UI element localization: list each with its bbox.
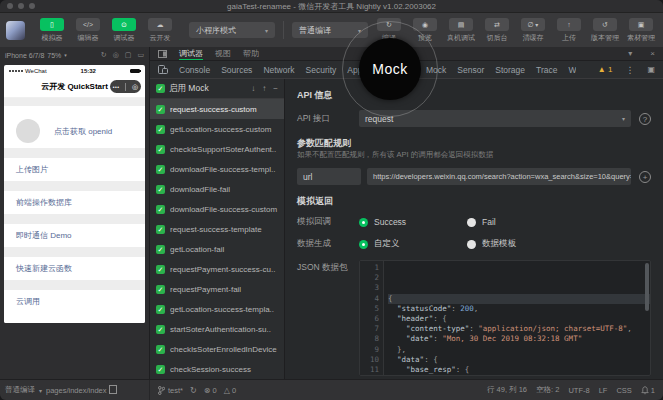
kebab-menu-icon[interactable]: ⋮ [625,65,634,75]
mock-case-row[interactable]: ✓ downloadFile-success-custom [150,199,284,219]
toolbar-action-button[interactable]: ↺ 版本管理 [588,18,622,43]
copy-icon[interactable] [111,387,117,394]
sync-icon[interactable]: ↻ [190,386,197,395]
mock-case-row[interactable]: ✓ request-success-template [150,219,284,239]
minimize-icon[interactable]: ◎ [132,83,138,90]
screenshot-icon[interactable]: ▭ [137,51,144,59]
dock-side-icon[interactable]: ▣ [647,65,655,74]
checkbox-checked-icon[interactable]: ✓ [156,205,165,214]
checkbox-checked-icon[interactable]: ✓ [156,165,165,174]
radio-fail[interactable]: Fail [467,217,496,227]
devtools-tab[interactable]: Sensor [457,65,484,75]
checkbox-checked-icon[interactable]: ✓ [156,305,165,314]
checkbox-checked-icon[interactable]: ✓ [156,145,165,154]
checkbox-checked-icon[interactable]: ✓ [156,345,165,354]
checkbox-checked-icon[interactable]: ✓ [156,84,165,93]
compile-mode-status[interactable]: 普通编译 [5,385,35,395]
toolbar-toggle-button[interactable]: ▯ 模拟器 [35,18,69,43]
devtools-tab[interactable]: Storage [495,65,525,75]
help-icon[interactable]: ? [639,113,651,125]
indent-setting[interactable]: 空格: 2 [536,385,559,395]
encoding-setting[interactable]: UTF-8 [568,386,589,395]
radio-success[interactable]: Success [359,217,467,227]
expand-icon[interactable]: ▢ [125,51,132,59]
add-rule-icon[interactable]: + [639,171,651,183]
mock-case-row[interactable]: ✓ startSoterAuthentication-su.. [150,319,284,339]
toolbar-action-button[interactable]: ◉ 预览 [408,18,442,43]
param-value-input[interactable]: https://developers.weixin.qq.com/search?… [367,168,631,185]
toolbar-toggle-button[interactable]: ⊙ 调试器 [107,18,141,43]
checkbox-checked-icon[interactable]: ✓ [156,105,165,114]
code-area[interactable]: { "statusCode": 200, "header": { "conten… [384,261,650,375]
notification-bell[interactable]: 1 [641,386,655,395]
error-count[interactable]: ⊗ 0 [204,386,217,395]
toolbar-action-button[interactable]: ↑ 上传 [552,18,586,43]
compile-mode-dropdown[interactable]: 普通编译 ▾ [292,22,368,38]
demo-menu-item[interactable]: 上传图片 [4,158,145,181]
checkbox-checked-icon[interactable]: ✓ [156,225,165,234]
import-icon[interactable]: ↓ [251,84,255,93]
remove-icon[interactable]: − [273,84,278,93]
user-avatar[interactable] [6,21,25,40]
toolbar-action-button[interactable]: ∅ 清缓存 [516,18,550,43]
mock-case-row[interactable]: ✓ requestPayment-success-cu.. [150,259,284,279]
mock-case-row[interactable]: ✓ request-success-custom [150,99,284,119]
demo-menu-item[interactable]: 快速新建云函数 [4,257,145,280]
demo-menu-item[interactable]: 即时通信 Demo [4,224,145,247]
checkbox-checked-icon[interactable]: ✓ [156,325,165,334]
checkbox-checked-icon[interactable]: ✓ [156,245,165,254]
dock-panel-icon[interactable] [158,50,167,58]
toolbar-toggle-button[interactable]: ☁ 云开发 [143,18,177,43]
checkbox-checked-icon[interactable]: ✓ [156,265,165,274]
device-zoom[interactable]: 75% [47,52,61,59]
openid-row[interactable]: 点击获取 openid [4,114,145,148]
devtools-tab[interactable]: Security [306,65,337,75]
rotate-icon[interactable]: ↻ [101,51,107,59]
toolbar-toggle-button[interactable]: </> 编辑器 [71,18,105,43]
get-openid-link[interactable]: 点击获取 openid [54,126,112,137]
pointer-icon[interactable]: ◎ [113,51,119,59]
page-path[interactable]: pages/index/index [46,386,106,395]
json-editor[interactable]: 1234567891011 { "statusCode": 200, "head… [359,260,651,376]
mock-case-row[interactable]: ✓ checkIsSoterEnrolledInDevice [150,339,284,359]
git-branch[interactable]: test* [158,386,183,395]
debugger-menu-item[interactable]: 视图 [215,48,231,59]
mock-case-row[interactable]: ✓ requestPayment-fail [150,279,284,299]
chevron-down-icon[interactable]: ▾ [64,52,67,58]
warning-count[interactable]: △ 0 [224,386,236,395]
devtools-tab[interactable]: Network [263,65,294,75]
editor-scrollbar[interactable] [645,263,649,311]
chevron-down-icon[interactable]: ▾ [39,387,42,394]
devtools-tab[interactable]: Sources [221,65,252,75]
devtools-tab[interactable]: Console [179,65,210,75]
cursor-position[interactable]: 行 49, 列 16 [487,385,527,395]
language-mode[interactable]: CSS [616,386,631,395]
debugger-menu-item[interactable]: 调试器 [179,48,203,60]
param-key-input[interactable]: url [297,168,361,185]
demo-menu-item[interactable]: 前端操作数据库 [4,191,145,214]
checkbox-checked-icon[interactable]: ✓ [156,125,165,134]
devtools-tab[interactable]: Mock [426,65,446,75]
radio-custom[interactable]: 自定义 [359,238,467,250]
checkbox-checked-icon[interactable]: ✓ [156,285,165,294]
checkbox-checked-icon[interactable]: ✓ [156,185,165,194]
mock-case-row[interactable]: ✓ checkSession-success [150,359,284,379]
eol-setting[interactable]: LF [599,386,608,395]
api-select[interactable]: request ▾ [359,110,631,127]
debugger-menu-item[interactable]: 帮助 [243,48,259,59]
toolbar-action-button[interactable]: ⇄ 切后台 [480,18,514,43]
toolbar-action-button[interactable]: ▣ 素材管理 [624,18,658,43]
export-icon[interactable]: ↑ [262,84,266,93]
mock-case-row[interactable]: ✓ getLocation-fail [150,239,284,259]
devtools-tab[interactable]: Wxml [568,65,575,75]
radio-template[interactable]: 数据模板 [467,238,516,250]
mode-dropdown[interactable]: 小程序模式 ▾ [189,22,275,38]
devtools-tab[interactable]: Trace [536,65,557,75]
mock-case-row[interactable]: ✓ getLocation-success-custom [150,119,284,139]
demo-menu-item[interactable]: 云调用 [4,290,145,313]
mock-case-row[interactable]: ✓ checkIsSupportSoterAuthent.. [150,139,284,159]
toolbar-action-button[interactable]: ▤ 真机调试 [444,18,478,43]
warning-badge[interactable]: ▲ 1 [598,65,613,74]
more-icon[interactable]: ••• [113,84,120,90]
mock-case-row[interactable]: ✓ downloadFile-success-templ.. [150,159,284,179]
